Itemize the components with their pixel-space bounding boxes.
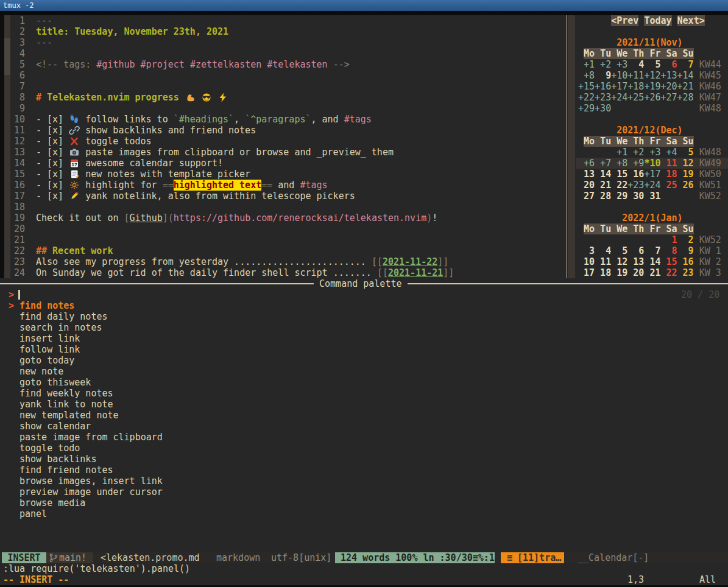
calendar-day[interactable]: 26	[677, 180, 694, 191]
editor-line[interactable]: 21	[3, 234, 36, 245]
palette-item[interactable]: browse media	[19, 497, 85, 508]
editor-line[interactable]: 9	[3, 103, 36, 114]
calendar-day[interactable]: 10	[578, 256, 595, 267]
calendar-day[interactable]: +28	[677, 92, 694, 103]
calendar-day[interactable]: 31	[644, 191, 660, 202]
calendar-day[interactable]: 16	[627, 169, 644, 180]
editor-line[interactable]: 19Check it out on [Github](https://githu…	[3, 213, 437, 223]
calendar-day[interactable]: 29	[611, 191, 627, 202]
calendar-day[interactable]: 16	[677, 256, 694, 267]
calendar-day[interactable]: +2	[627, 147, 644, 158]
calendar-day[interactable]: 20	[578, 180, 595, 191]
calendar-day[interactable]: 15	[660, 256, 677, 267]
calendar-day[interactable]: +10	[611, 70, 627, 81]
calendar-day[interactable]: +9	[627, 158, 644, 169]
calendar-day[interactable]: 30	[627, 191, 644, 202]
calendar-day[interactable]: +29	[578, 103, 595, 114]
calendar-day[interactable]: 6	[627, 245, 644, 256]
palette-item[interactable]: insert link	[19, 333, 80, 344]
palette-selected-item[interactable]: > find notes	[9, 300, 74, 311]
calendar-day[interactable]: +23	[627, 180, 644, 191]
calendar-day[interactable]: 8	[660, 245, 677, 256]
calendar-day[interactable]: 19	[677, 169, 694, 180]
calendar-day[interactable]: 18	[660, 169, 677, 180]
palette-item[interactable]: find weekly notes	[19, 388, 113, 399]
calendar-nav-next-button[interactable]: Next>	[677, 15, 705, 26]
calendar-day[interactable]: +16	[595, 81, 611, 92]
calendar-day[interactable]: 21	[644, 267, 660, 278]
calendar-day[interactable]: 18	[595, 267, 611, 278]
editor-line[interactable]: 1---	[3, 15, 52, 26]
calendar-day[interactable]: +22	[578, 92, 595, 103]
editor-line[interactable]: 10- [x] follow links to `#headings`, `^p…	[3, 114, 372, 125]
calendar-day[interactable]: 14	[644, 256, 660, 267]
calendar-day[interactable]: 13	[627, 256, 644, 267]
palette-item[interactable]: new note	[19, 366, 63, 377]
calendar-day[interactable]: 1	[660, 234, 677, 245]
editor-line[interactable]: 15- [x] new notes with template picker	[3, 169, 250, 180]
calendar-day[interactable]: +3	[644, 147, 660, 158]
calendar-day[interactable]: 9	[595, 70, 611, 81]
calendar-day[interactable]: 14	[595, 169, 611, 180]
calendar-day[interactable]: 7	[644, 245, 660, 256]
palette-item[interactable]: search in notes	[19, 322, 102, 333]
calendar-day[interactable]: 20	[627, 267, 644, 278]
calendar-day[interactable]: +13	[660, 70, 677, 81]
calendar-day[interactable]: +26	[644, 92, 660, 103]
calendar-day[interactable]: 21	[595, 180, 611, 191]
calendar-day[interactable]: +24	[611, 92, 627, 103]
editor-line[interactable]: 5<!-- tags: #github #project #zettelkast…	[3, 59, 350, 70]
palette-item[interactable]: show calendar	[19, 421, 91, 432]
calendar-day[interactable]: 2	[677, 234, 694, 245]
palette-prompt[interactable]: >	[9, 289, 14, 300]
palette-item[interactable]: find friend notes	[19, 465, 113, 476]
calendar-day[interactable]: +24	[644, 180, 660, 191]
palette-item[interactable]: browse images, insert link	[19, 476, 163, 487]
calendar-day[interactable]: +8	[578, 70, 595, 81]
calendar-day[interactable]: 15	[611, 169, 627, 180]
calendar-day[interactable]: 3	[578, 245, 595, 256]
calendar-day[interactable]: 12	[611, 256, 627, 267]
calendar-day[interactable]: 19	[611, 267, 627, 278]
calendar-nav-prev-button[interactable]: <Prev	[611, 15, 638, 26]
calendar-day[interactable]: 7	[677, 59, 694, 70]
calendar-day[interactable]: *10	[644, 158, 660, 169]
calendar-day[interactable]: 11	[595, 256, 611, 267]
calendar-day[interactable]: +4	[660, 147, 677, 158]
editor-line[interactable]: 4	[3, 48, 36, 59]
editor-line[interactable]: 11- [x] show backlinks and friend notes	[3, 125, 256, 136]
calendar-day[interactable]: +6	[578, 158, 595, 169]
editor-line[interactable]: 22## Recent work	[3, 245, 113, 256]
calendar-day[interactable]: +27	[660, 92, 677, 103]
editor-line[interactable]: 14- [x] 17 awesome calendar support!	[3, 158, 223, 169]
calendar-day[interactable]: 5	[677, 147, 694, 158]
editor-line[interactable]: 18	[3, 202, 36, 213]
editor-line[interactable]: 12- [x] toggle todos	[3, 136, 152, 147]
calendar-day[interactable]: +2	[595, 59, 611, 70]
calendar-day[interactable]: +18	[627, 81, 644, 92]
calendar-day[interactable]: +11	[627, 70, 644, 81]
palette-item[interactable]: goto thisweek	[19, 377, 91, 388]
palette-item[interactable]: toggle todo	[19, 443, 80, 454]
editor-line[interactable]: 6	[3, 70, 36, 81]
editor-line[interactable]: 17- [x] yank notelink, also from within …	[3, 191, 355, 202]
editor-line[interactable]: 3---	[3, 37, 52, 48]
calendar-day[interactable]: +17	[611, 81, 627, 92]
editor-line[interactable]: 23Also see my progress from yesterday ..…	[3, 256, 448, 267]
calendar-day[interactable]: +21	[677, 81, 694, 92]
palette-item[interactable]: panel	[19, 508, 47, 519]
calendar-day[interactable]: +20	[660, 81, 677, 92]
editor-line[interactable]: 16- [x] highlight for ==highlighted text…	[3, 180, 328, 191]
calendar-day[interactable]: 12	[677, 158, 694, 169]
calendar-day[interactable]: 25	[660, 180, 677, 191]
palette-item[interactable]: goto today	[19, 355, 74, 366]
calendar-day[interactable]: +25	[627, 92, 644, 103]
calendar-day[interactable]: +30	[595, 103, 611, 114]
palette-item[interactable]: find daily notes	[19, 311, 108, 322]
calendar-day[interactable]: +23	[595, 92, 611, 103]
editor-line[interactable]: 13- [x] paste images from clipboard or b…	[3, 147, 394, 158]
calendar-day[interactable]: +19	[644, 81, 660, 92]
calendar-day[interactable]: 9	[677, 245, 694, 256]
palette-item[interactable]: new templated note	[19, 410, 119, 421]
calendar-day[interactable]: 4	[627, 59, 644, 70]
